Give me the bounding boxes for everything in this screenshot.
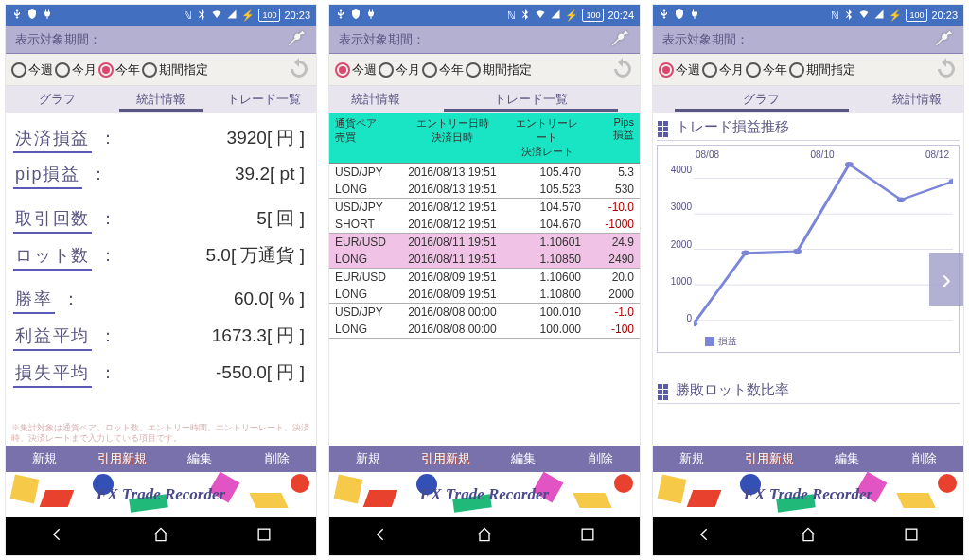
banner-text: FX Trade Recorder — [97, 485, 225, 504]
action-delete[interactable]: 削除 — [238, 446, 316, 472]
action-quote-new[interactable]: 引用新規 — [407, 446, 484, 472]
radio-this-week[interactable]: 今週 — [335, 61, 377, 79]
refresh-icon[interactable] — [288, 57, 310, 82]
trade-row[interactable]: USD/JPY2016/08/13 19:51105.4705.3LONG201… — [329, 164, 640, 199]
drag-handle-icon[interactable] — [657, 121, 670, 134]
svg-rect-13 — [906, 529, 917, 540]
chart-y-axis: 4000 3000 2000 1000 0 — [661, 165, 692, 324]
battery-indicator: 100 — [906, 9, 927, 22]
signal-icon — [873, 9, 885, 22]
battery-indicator: 100 — [582, 9, 604, 22]
android-statusbar: ℕ ⚡ 100 20:23 — [6, 5, 316, 26]
settings-wrench-icon[interactable] — [609, 27, 630, 51]
settings-wrench-icon[interactable] — [933, 27, 954, 51]
nav-back-icon[interactable] — [696, 525, 714, 548]
refresh-icon[interactable] — [935, 57, 958, 82]
stat-row: 取引回数：5[ 回 ] — [13, 206, 308, 234]
action-new[interactable]: 新規 — [329, 446, 407, 472]
stats-content: 決済損益：3920[ 円 ] pip損益：39.2[ pt ] 取引回数：5[ … — [6, 113, 316, 446]
chart-title-row: トレード損益推移 — [657, 118, 960, 141]
radio-this-month[interactable]: 今月 — [702, 61, 744, 79]
stat-row: 決済損益：3920[ 円 ] — [13, 126, 308, 153]
nav-recent-icon[interactable] — [902, 525, 921, 548]
nfc-icon: ℕ — [831, 9, 839, 22]
nav-home-icon[interactable] — [799, 525, 818, 548]
radio-this-month[interactable]: 今月 — [55, 61, 97, 79]
tab-graph[interactable]: グラフ — [6, 87, 109, 112]
battery-indicator: 100 — [258, 9, 280, 22]
plug-icon — [689, 9, 700, 22]
app-banner: FX Trade Recorder — [329, 472, 640, 517]
stat-row: 損失平均：-550.0[ 円 ] — [13, 360, 308, 388]
profit-loss-chart[interactable]: 08/08 08/10 08/12 4000 3000 2000 1000 0 … — [657, 145, 960, 353]
bottom-action-bar: 新規 引用新規 編集 削除 — [653, 446, 963, 472]
shield-icon — [26, 9, 38, 22]
radio-this-week[interactable]: 今週 — [659, 61, 700, 79]
charge-icon: ⚡ — [889, 9, 902, 22]
clock: 20:24 — [608, 9, 634, 21]
drag-handle-icon[interactable] — [657, 384, 670, 397]
view-tabs: 統計情報 トレード一覧 — [329, 86, 640, 113]
header-title: 表示対象期間： — [662, 31, 749, 48]
tab-stats[interactable]: 統計情報 — [109, 87, 212, 112]
tab-stats[interactable]: 統計情報 — [871, 87, 963, 112]
chart-x-axis: 08/08 08/10 08/12 — [696, 149, 949, 160]
android-navbar — [6, 517, 316, 555]
trade-row[interactable]: EUR/USD2016/08/11 19:511.1060124.9LONG20… — [329, 234, 640, 269]
action-new[interactable]: 新規 — [6, 446, 83, 472]
svg-point-10 — [845, 162, 854, 167]
usb-icon — [335, 9, 346, 22]
nav-home-icon[interactable] — [475, 525, 494, 548]
trade-row[interactable]: USD/JPY2016/08/08 00:00100.010-1.0LONG20… — [329, 304, 640, 339]
trade-row[interactable]: USD/JPY2016/08/12 19:51104.570-10.0SHORT… — [329, 199, 640, 234]
refresh-icon[interactable] — [611, 57, 634, 82]
banner-text: FX Trade Recorder — [744, 485, 872, 504]
radio-this-year[interactable]: 今年 — [98, 61, 140, 79]
radio-custom-range[interactable]: 期間指定 — [466, 61, 532, 79]
tab-stats[interactable]: 統計情報 — [329, 87, 422, 112]
nav-back-icon[interactable] — [48, 525, 67, 548]
radio-this-year[interactable]: 今年 — [422, 61, 464, 79]
bottom-action-bar: 新規 引用新規 編集 削除 — [329, 446, 640, 472]
header-bar: 表示対象期間： — [329, 26, 640, 54]
nav-recent-icon[interactable] — [578, 525, 597, 548]
action-edit[interactable]: 編集 — [808, 446, 886, 472]
bottom-action-bar: 新規 引用新規 編集 削除 — [6, 446, 316, 472]
header-title: 表示対象期間： — [339, 31, 425, 48]
svg-point-11 — [897, 197, 906, 202]
action-quote-new[interactable]: 引用新規 — [83, 446, 161, 472]
tab-trade-list[interactable]: トレード一覧 — [422, 87, 640, 112]
action-new[interactable]: 新規 — [653, 446, 731, 472]
action-edit[interactable]: 編集 — [161, 446, 238, 472]
settings-wrench-icon[interactable] — [286, 27, 307, 51]
chart-legend: 損益 — [705, 335, 737, 348]
nav-back-icon[interactable] — [372, 525, 391, 548]
view-tabs: グラフ 統計情報 — [653, 86, 963, 113]
action-delete[interactable]: 削除 — [562, 446, 640, 472]
radio-this-week[interactable]: 今週 — [11, 61, 53, 79]
svg-point-9 — [793, 249, 802, 254]
nav-recent-icon[interactable] — [255, 525, 273, 548]
nav-home-icon[interactable] — [151, 525, 170, 548]
chart-title-row: 勝敗ロット数比率 — [657, 381, 960, 404]
clock: 20:23 — [284, 9, 310, 21]
app-banner: FX Trade Recorder — [653, 472, 963, 517]
shield-icon — [350, 9, 361, 22]
trade-row[interactable]: EUR/USD2016/08/09 19:511.1060020.0LONG20… — [329, 269, 640, 304]
radio-custom-range[interactable]: 期間指定 — [789, 61, 855, 79]
chart-title: トレード損益推移 — [676, 118, 789, 136]
radio-this-year[interactable]: 今年 — [746, 61, 787, 79]
action-delete[interactable]: 削除 — [886, 446, 963, 472]
plug-icon — [42, 9, 53, 22]
tab-graph[interactable]: グラフ — [653, 87, 871, 112]
period-radio-bar: 今週 今月 今年 期間指定 — [329, 54, 640, 86]
action-edit[interactable]: 編集 — [484, 446, 562, 472]
charge-icon: ⚡ — [565, 9, 578, 22]
radio-custom-range[interactable]: 期間指定 — [142, 61, 208, 79]
chart-title-2: 勝敗ロット数比率 — [676, 381, 789, 399]
next-chart-arrow[interactable]: › — [929, 253, 963, 306]
tab-trade-list[interactable]: トレード一覧 — [213, 87, 316, 112]
action-quote-new[interactable]: 引用新規 — [731, 446, 808, 472]
usb-icon — [659, 9, 670, 22]
radio-this-month[interactable]: 今月 — [379, 61, 420, 79]
